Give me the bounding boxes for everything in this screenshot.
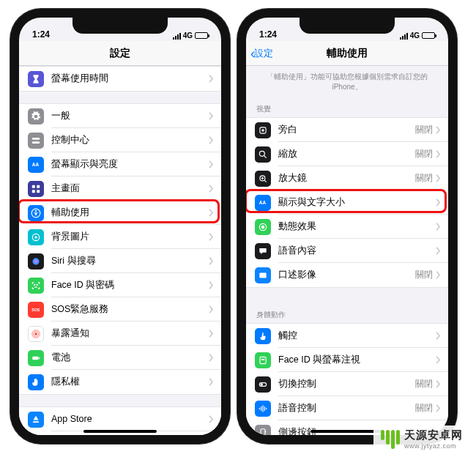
chevron-right-icon	[436, 380, 441, 388]
svg-rect-44	[261, 428, 265, 435]
battery-icon	[28, 350, 44, 366]
settings-row[interactable]: 旁白 關閉	[246, 118, 448, 142]
row-label: Face ID 與螢幕注視	[278, 354, 436, 366]
settings-row[interactable]: 語音內容	[246, 239, 448, 263]
svg-rect-39	[259, 407, 260, 409]
caption: 「輔助使用」功能可協助您根據個別需求自訂您的 iPhone。	[246, 66, 448, 98]
settings-list[interactable]: 螢幕使用時間 一般 控制中心 AA 螢幕顯示與亮度 主畫面	[19, 66, 221, 435]
battery-icon	[195, 32, 208, 39]
svg-point-13	[37, 284, 37, 285]
settings-row[interactable]: 口述影像 關閉	[246, 263, 448, 287]
chevron-right-icon	[209, 415, 214, 423]
accessibility-list[interactable]: 「輔助使用」功能可協助您根據個別需求自訂您的 iPhone。視覺 旁白 關閉 縮…	[246, 66, 448, 435]
accessibility-icon	[28, 205, 44, 221]
chevron-right-icon	[209, 209, 214, 217]
network-label: 4G	[183, 31, 193, 40]
sos-icon: SOS	[28, 302, 44, 318]
chevron-right-icon	[209, 233, 214, 241]
settings-row[interactable]: 背景圖片	[19, 225, 221, 249]
settings-row[interactable]: 電池	[19, 346, 221, 370]
settings-group: 旁白 關閉 縮放 關閉 放大鏡 關閉 AA 顯示與文字大小 動態效果	[246, 117, 448, 288]
settings-row[interactable]: 縮放 關閉	[246, 142, 448, 166]
phone-left: 1:24 4G 設定 螢幕使用時間 一般	[10, 9, 230, 444]
settings-row[interactable]: 螢幕使用時間	[19, 67, 221, 91]
settings-row[interactable]: Siri 與搜尋	[19, 249, 221, 273]
battery-icon	[422, 32, 435, 39]
back-button[interactable]: ‹ 設定	[250, 47, 273, 60]
svg-point-27	[261, 129, 264, 132]
svg-rect-6	[37, 190, 40, 193]
toggles-icon	[28, 133, 44, 149]
row-label: App Store	[51, 414, 209, 424]
settings-row[interactable]: 一般	[19, 104, 221, 128]
settings-row[interactable]: AA 顯示與文字大小	[246, 190, 448, 215]
row-value: 關閉	[415, 402, 433, 415]
chevron-right-icon	[436, 223, 441, 231]
side-btn-icon	[255, 425, 271, 436]
face-id-icon	[28, 278, 44, 294]
row-label: 切換控制	[278, 378, 415, 390]
settings-row[interactable]: 語音控制 關閉	[246, 396, 448, 420]
siri-icon	[28, 253, 44, 270]
row-value: 關閉	[415, 124, 433, 136]
settings-row[interactable]: 輔助使用	[19, 201, 221, 225]
watermark-title: 天源安卓网	[404, 428, 463, 442]
svg-rect-3	[32, 185, 35, 187]
svg-text:AA: AA	[32, 162, 40, 167]
settings-row[interactable]: 切換控制 關閉	[246, 372, 448, 396]
signal-icon	[400, 32, 408, 40]
row-label: SOS緊急服務	[51, 303, 209, 316]
svg-point-8	[35, 209, 37, 211]
voiceover-icon	[255, 122, 271, 138]
touch-icon	[255, 328, 271, 344]
chevron-right-icon	[209, 136, 214, 144]
svg-point-32	[261, 226, 264, 228]
notch	[300, 18, 395, 34]
settings-row[interactable]: 主畫面	[19, 177, 221, 201]
settings-row[interactable]: Face ID 與密碼	[19, 273, 221, 297]
svg-point-11	[32, 258, 39, 264]
settings-row[interactable]: 觸控	[246, 324, 448, 348]
svg-rect-40	[261, 406, 261, 411]
svg-rect-33	[259, 272, 266, 278]
row-label: 動態效果	[278, 220, 436, 233]
svg-rect-34	[260, 357, 266, 363]
home-indicator[interactable]	[310, 430, 384, 433]
section-header: 視覺	[246, 98, 448, 117]
svg-point-10	[34, 236, 37, 239]
settings-row[interactable]: Face ID 與螢幕注視	[246, 348, 448, 372]
svg-point-35	[261, 359, 262, 360]
settings-row[interactable]: SOS SOS緊急服務	[19, 297, 221, 322]
row-label: 顯示與文字大小	[278, 196, 436, 209]
row-label: Siri 與搜尋	[51, 255, 209, 267]
row-label: 語音控制	[278, 402, 415, 415]
chevron-right-icon	[436, 332, 441, 340]
svg-rect-4	[37, 185, 40, 187]
chevron-right-icon	[209, 354, 214, 362]
settings-row[interactable]: 控制中心	[19, 128, 221, 152]
svg-point-12	[34, 284, 35, 285]
wallpaper-icon	[28, 229, 44, 245]
chevron-right-icon	[436, 174, 441, 182]
svg-rect-43	[266, 407, 267, 409]
row-label: 口述影像	[278, 269, 415, 281]
settings-row[interactable]: 隱私權	[19, 370, 221, 394]
svg-rect-41	[262, 405, 263, 412]
settings-row[interactable]: 暴露通知	[19, 322, 221, 346]
settings-group: 一般 控制中心 AA 螢幕顯示與亮度 主畫面 輔助使用	[19, 103, 221, 395]
audio-desc-icon	[255, 267, 271, 283]
watermark-logo-icon	[381, 430, 400, 449]
row-label: 旁白	[278, 124, 415, 136]
appstore-icon	[28, 412, 44, 428]
watermark-url: www.jytyaz.com	[404, 442, 463, 450]
svg-rect-18	[32, 356, 38, 360]
row-label: 觸控	[278, 330, 436, 342]
back-label: 設定	[254, 47, 273, 60]
navbar: ‹ 設定 輔助使用	[246, 41, 448, 66]
settings-row[interactable]: 放大鏡 關閉	[246, 166, 448, 190]
settings-row[interactable]: AA 螢幕顯示與亮度	[19, 152, 221, 177]
svg-text:SOS: SOS	[31, 308, 40, 312]
settings-row[interactable]: 動態效果	[246, 215, 448, 239]
home-indicator[interactable]	[83, 430, 157, 433]
settings-row[interactable]: App Store	[19, 407, 221, 431]
